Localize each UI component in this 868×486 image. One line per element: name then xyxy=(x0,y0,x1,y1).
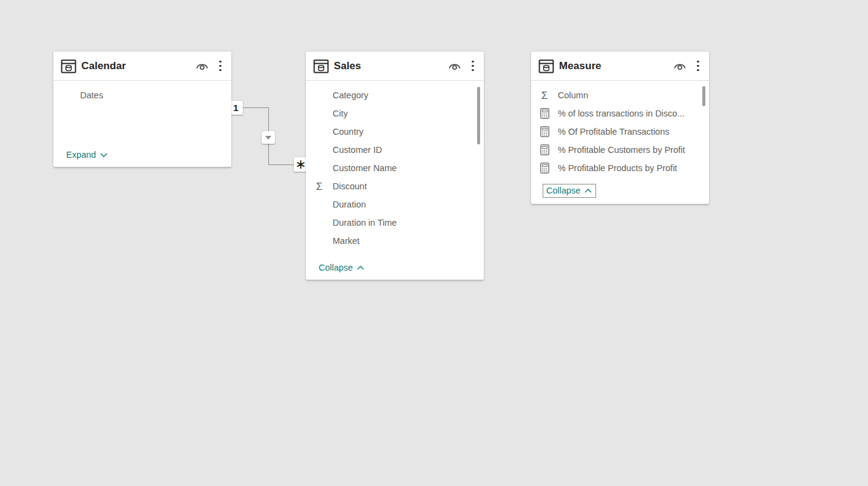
chevron-up-icon xyxy=(585,189,592,193)
field-row[interactable]: % Profitable Products by Profit xyxy=(531,159,709,177)
more-options-kebab-icon[interactable] xyxy=(217,59,223,73)
sigma-icon: Σ xyxy=(314,180,325,192)
chevron-up-icon xyxy=(357,266,364,270)
field-icon-spacer xyxy=(314,89,325,101)
field-row[interactable]: Dates xyxy=(53,86,231,104)
field-row[interactable]: Σ Discount xyxy=(306,177,484,195)
field-icon-spacer xyxy=(314,235,325,247)
field-icon-spacer xyxy=(314,162,325,174)
field-row[interactable]: Customer Name xyxy=(306,159,484,177)
scrollbar-thumb[interactable] xyxy=(477,87,480,144)
model-view-canvas: 1 ∗ Calendar Dates xyxy=(0,0,868,486)
expand-link[interactable]: Expand xyxy=(66,150,107,160)
more-options-kebab-icon[interactable] xyxy=(695,59,701,73)
field-row[interactable]: Market xyxy=(306,232,484,250)
field-row[interactable]: % of loss transactions in Disco... xyxy=(531,104,709,123)
field-label: % of loss transactions in Disco... xyxy=(558,109,685,118)
field-label: Customer ID xyxy=(333,145,382,155)
arrow-down-icon xyxy=(265,136,271,140)
field-icon-spacer xyxy=(314,126,325,138)
field-label: % Profitable Products by Profit xyxy=(558,163,677,173)
calculator-icon xyxy=(539,162,550,174)
table-icon xyxy=(538,58,554,74)
field-row[interactable]: % Of Profitable Transactions xyxy=(531,123,709,141)
collapse-link[interactable]: Collapse xyxy=(319,263,364,272)
collapse-label: Collapse xyxy=(319,263,353,272)
field-row[interactable]: Duration xyxy=(306,195,484,214)
visibility-eye-icon[interactable] xyxy=(673,61,687,71)
table-card-header[interactable]: Measure xyxy=(531,52,709,81)
field-icon-spacer xyxy=(314,107,325,120)
field-row[interactable]: Country xyxy=(306,123,484,141)
field-row[interactable]: Customer ID xyxy=(306,141,484,159)
collapse-link[interactable]: Collapse xyxy=(543,184,596,198)
calculator-icon xyxy=(539,144,550,156)
field-row[interactable]: % Profitable Customers by Profit xyxy=(531,141,709,159)
scrollbar-thumb[interactable] xyxy=(702,86,705,106)
field-label: % Profitable Customers by Profit xyxy=(558,145,685,155)
field-icon-spacer xyxy=(314,144,325,156)
field-label: % Of Profitable Transactions xyxy=(558,127,670,137)
table-icon xyxy=(61,58,76,74)
table-card-calendar[interactable]: Calendar Dates Expand xyxy=(53,52,231,167)
more-options-kebab-icon[interactable] xyxy=(470,59,476,73)
field-icon-spacer xyxy=(61,89,72,101)
table-card-header[interactable]: Calendar xyxy=(53,52,231,81)
field-label: Country xyxy=(333,127,364,137)
table-title: Sales xyxy=(334,60,448,72)
table-title: Measure xyxy=(559,60,673,72)
field-label: Category xyxy=(333,90,368,100)
sigma-icon: Σ xyxy=(539,89,550,101)
field-row[interactable]: Category xyxy=(306,86,484,104)
field-label: Column xyxy=(558,90,588,100)
field-label: Customer Name xyxy=(333,163,397,173)
table-card-header[interactable]: Sales xyxy=(306,52,484,81)
calculator-icon xyxy=(539,126,550,138)
field-label: Duration xyxy=(333,200,366,209)
expand-label: Expand xyxy=(66,150,96,160)
field-row[interactable]: Σ Column xyxy=(531,86,709,104)
collapse-label: Collapse xyxy=(546,186,580,195)
table-card-sales[interactable]: Sales Category City Country Custom xyxy=(306,52,484,280)
field-label: City xyxy=(333,109,348,118)
field-row[interactable]: City xyxy=(306,104,484,123)
visibility-eye-icon[interactable] xyxy=(448,61,461,71)
field-icon-spacer xyxy=(314,217,325,229)
chevron-down-icon xyxy=(100,153,107,157)
visibility-eye-icon[interactable] xyxy=(195,61,209,71)
field-label: Duration in Time xyxy=(333,218,397,228)
table-card-measure[interactable]: Measure Σ Column xyxy=(531,52,709,204)
filter-direction-arrow-badge[interactable] xyxy=(262,131,275,144)
field-label: Discount xyxy=(333,181,367,191)
calculator-icon xyxy=(539,107,550,120)
table-icon xyxy=(313,58,329,74)
field-label: Market xyxy=(333,236,359,246)
field-icon-spacer xyxy=(314,198,325,211)
relationship-line-segment[interactable] xyxy=(268,164,294,165)
field-row[interactable]: Duration in Time xyxy=(306,214,484,232)
table-title: Calendar xyxy=(81,60,195,72)
field-label: Dates xyxy=(80,90,103,100)
